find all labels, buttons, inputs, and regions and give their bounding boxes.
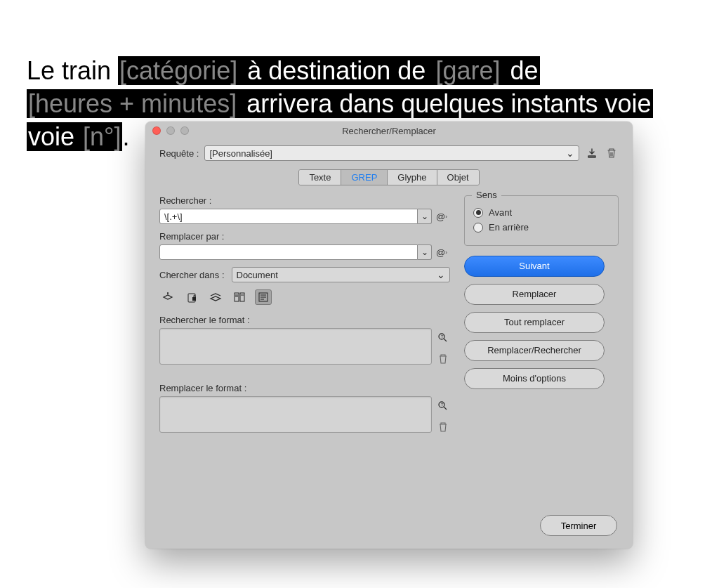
- dialog-title: Rechercher/Remplacer: [342, 126, 436, 136]
- clear-find-format-icon[interactable]: [436, 352, 450, 366]
- placeholder-category: [catégorie]: [118, 56, 239, 85]
- window-controls: [152, 126, 189, 135]
- locked-stories-icon[interactable]: [183, 289, 200, 305]
- query-value: [Personnalisée]: [209, 148, 272, 159]
- search-in-label: Chercher dans :: [159, 270, 225, 280]
- replace-label: Remplacer par :: [159, 231, 450, 242]
- replace-input[interactable]: [159, 244, 418, 260]
- svg-rect-4: [240, 293, 244, 301]
- direction-fieldset: Sens Avant En arrière: [464, 195, 619, 246]
- find-input[interactable]: \[.+\]: [159, 209, 418, 224]
- sentence-text: de: [501, 56, 539, 85]
- query-select[interactable]: [Personnalisée]: [204, 145, 579, 161]
- tab-object[interactable]: Objet: [437, 170, 479, 185]
- sentence-text: arrivera dans quelques instants voie: [238, 89, 652, 118]
- radio-icon: [473, 223, 483, 233]
- sentence-text: à destination de: [239, 56, 434, 85]
- replace-all-button[interactable]: Tout remplacer: [464, 312, 605, 333]
- footnotes-icon[interactable]: [255, 289, 272, 305]
- svg-point-0: [167, 292, 169, 294]
- replace-special-menu-icon[interactable]: @›: [436, 247, 450, 258]
- find-label: Rechercher :: [159, 195, 450, 206]
- replace-format-box[interactable]: [159, 396, 432, 433]
- done-button[interactable]: Terminer: [540, 515, 617, 536]
- find-replace-dialog: Rechercher/Remplacer Requête : [Personna…: [145, 122, 633, 549]
- svg-text:T: T: [441, 403, 444, 407]
- sentence-text: .: [122, 122, 129, 151]
- replace-button[interactable]: Remplacer: [464, 284, 605, 305]
- specify-find-format-icon[interactable]: T: [436, 331, 450, 345]
- direction-legend: Sens: [472, 190, 501, 200]
- radio-backward[interactable]: En arrière: [473, 222, 609, 233]
- minimize-icon[interactable]: [166, 126, 175, 135]
- save-query-icon[interactable]: [585, 146, 599, 160]
- query-label: Requête :: [159, 148, 199, 159]
- svg-text:T: T: [441, 334, 444, 339]
- radio-forward-label: Avant: [489, 207, 512, 218]
- find-history-dropdown[interactable]: ⌄: [418, 209, 432, 224]
- find-special-menu-icon[interactable]: @›: [436, 211, 450, 222]
- hidden-layers-icon[interactable]: [207, 289, 224, 305]
- radio-backward-label: En arrière: [489, 222, 529, 233]
- search-in-value: Document: [237, 270, 278, 280]
- mode-tabs: Texte GREP Glyphe Objet: [298, 169, 479, 185]
- locked-layers-icon[interactable]: [159, 289, 176, 305]
- find-format-label: Rechercher le format :: [159, 315, 450, 325]
- placeholder-station: [gare]: [434, 56, 501, 85]
- next-button[interactable]: Suivant: [464, 256, 605, 277]
- svg-rect-3: [235, 293, 239, 301]
- titlebar: Rechercher/Remplacer: [145, 122, 633, 140]
- maximize-icon[interactable]: [180, 126, 189, 135]
- clear-replace-format-icon[interactable]: [436, 420, 450, 434]
- close-icon[interactable]: [152, 126, 161, 135]
- less-options-button[interactable]: Moins d'options: [464, 368, 605, 389]
- placeholder-track: [n°]: [81, 122, 122, 151]
- delete-query-icon[interactable]: [605, 146, 619, 160]
- find-value: \[.+\]: [164, 211, 183, 222]
- specify-replace-format-icon[interactable]: T: [436, 399, 450, 413]
- radio-icon: [473, 208, 483, 218]
- find-format-box[interactable]: [159, 328, 432, 365]
- sentence-text: Le train: [27, 56, 118, 85]
- sentence-text: voie: [27, 122, 81, 151]
- search-in-select[interactable]: Document: [232, 267, 451, 282]
- search-scope-icons: [159, 289, 450, 305]
- tab-grep[interactable]: GREP: [341, 170, 388, 185]
- replace-format-label: Remplacer le format :: [159, 383, 450, 393]
- placeholder-time: [heures + minutes]: [27, 89, 238, 118]
- svg-rect-2: [192, 297, 196, 301]
- tab-glyph[interactable]: Glyphe: [388, 170, 437, 185]
- replace-find-button[interactable]: Remplacer/Rechercher: [464, 340, 605, 361]
- master-pages-icon[interactable]: [231, 289, 248, 305]
- tab-text[interactable]: Texte: [299, 170, 341, 185]
- radio-forward[interactable]: Avant: [473, 207, 609, 218]
- replace-history-dropdown[interactable]: ⌄: [418, 244, 432, 260]
